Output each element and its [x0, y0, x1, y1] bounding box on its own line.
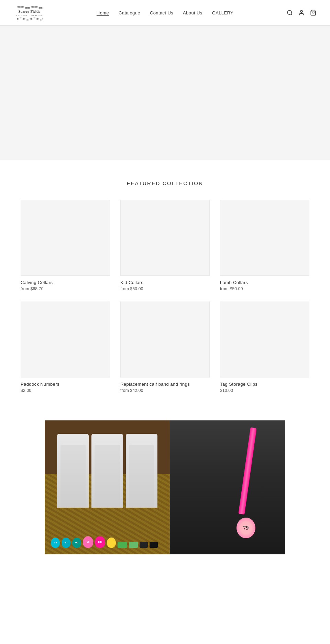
product-price-paddock-numbers: $2.00 [21, 388, 110, 393]
video-thumbnail: 15 17 05 65 RR 79 [45, 420, 285, 554]
product-card-lamb-collars[interactable]: Lamb Collars from $50.00 [220, 200, 309, 291]
main-nav: Home Catalogue Contact Us About Us GALLE… [97, 10, 233, 15]
site-header: Surrey Fields EST STORY • GRAFTON Home C… [0, 0, 330, 26]
product-price-replacement-calf: from $42.00 [120, 388, 210, 393]
product-image-replacement-calf [120, 302, 210, 377]
video-tag-pink-1: 65 [83, 536, 93, 548]
search-button[interactable] [287, 10, 293, 16]
video-person [170, 420, 285, 554]
product-name-tag-storage: Tag Storage Clips [220, 382, 309, 387]
product-name-paddock-numbers: Paddock Numbers [21, 382, 110, 387]
product-price-kid-collars: from $50.00 [120, 286, 210, 291]
nav-catalogue[interactable]: Catalogue [119, 10, 140, 15]
product-price-tag-storage: $10.00 [220, 388, 309, 393]
video-left-scene: 15 17 05 65 RR [45, 420, 170, 554]
nav-about[interactable]: About Us [183, 10, 202, 15]
nav-home[interactable]: Home [97, 10, 109, 15]
product-card-replacement-calf[interactable]: Replacement calf band and rings from $42… [120, 302, 210, 393]
video-tag-yellow [107, 538, 116, 548]
featured-title: FEATURED COLLECTION [21, 180, 309, 186]
video-tag-teal: 05 [72, 538, 81, 548]
video-product-bags [57, 434, 157, 508]
video-tags-display: 15 17 05 65 RR [51, 508, 164, 548]
product-image-calving-collars [21, 200, 110, 276]
nav-gallery[interactable]: GALLERY [212, 10, 233, 15]
product-card-kid-collars[interactable]: Kid Collars from $50.00 [120, 200, 210, 291]
video-container[interactable]: 15 17 05 65 RR 79 [45, 420, 285, 554]
product-image-kid-collars [120, 200, 210, 276]
product-price-lamb-collars: from $50.00 [220, 286, 309, 291]
video-section: 15 17 05 65 RR 79 [0, 407, 330, 575]
product-image-tag-storage [220, 302, 309, 377]
login-button[interactable] [298, 10, 305, 16]
video-tag-pink-2: RR [95, 536, 105, 548]
video-tag-green-1 [118, 542, 127, 548]
nav-contact[interactable]: Contact Us [150, 10, 173, 15]
product-image-lamb-collars [220, 200, 309, 276]
product-card-tag-storage[interactable]: Tag Storage Clips $10.00 [220, 302, 309, 393]
product-card-paddock-numbers[interactable]: Paddock Numbers $2.00 [21, 302, 110, 393]
video-right-scene: 79 [170, 420, 285, 554]
search-icon [287, 10, 293, 16]
product-name-kid-collars: Kid Collars [120, 280, 210, 285]
product-price-calving-collars: from $68.70 [21, 286, 110, 291]
site-logo: Surrey Fields EST STORY • GRAFTON [14, 4, 45, 21]
video-hanging-tag: 79 [236, 518, 255, 538]
video-bag-3 [126, 434, 157, 508]
video-tag-black-1 [140, 542, 148, 548]
video-tag-cyan-1: 15 [51, 538, 60, 548]
video-bag-2 [91, 434, 123, 508]
svg-text:Surrey Fields: Surrey Fields [18, 9, 40, 13]
product-card-calving-collars[interactable]: Calving Collars from $68.70 [21, 200, 110, 291]
product-name-calving-collars: Calving Collars [21, 280, 110, 285]
featured-section: FEATURED COLLECTION Calving Collars from… [0, 160, 330, 407]
product-name-replacement-calf: Replacement calf band and rings [120, 382, 210, 387]
svg-text:EST STORY • GRAFTON: EST STORY • GRAFTON [16, 14, 42, 16]
video-tag-green-2 [129, 542, 138, 548]
product-name-lamb-collars: Lamb Collars [220, 280, 309, 285]
svg-line-4 [291, 14, 292, 15]
cart-icon [310, 10, 316, 16]
svg-point-5 [300, 10, 302, 12]
logo-area[interactable]: Surrey Fields EST STORY • GRAFTON [14, 4, 45, 21]
product-image-paddock-numbers [21, 302, 110, 377]
video-tag-black-2 [150, 542, 158, 548]
hero-section [0, 26, 330, 160]
header-actions [287, 10, 316, 16]
video-tag-cyan-2: 17 [62, 538, 70, 548]
cart-button[interactable] [310, 10, 316, 16]
products-grid: Calving Collars from $68.70 Kid Collars … [21, 200, 309, 393]
user-icon [298, 10, 305, 16]
video-bag-1 [57, 434, 89, 508]
